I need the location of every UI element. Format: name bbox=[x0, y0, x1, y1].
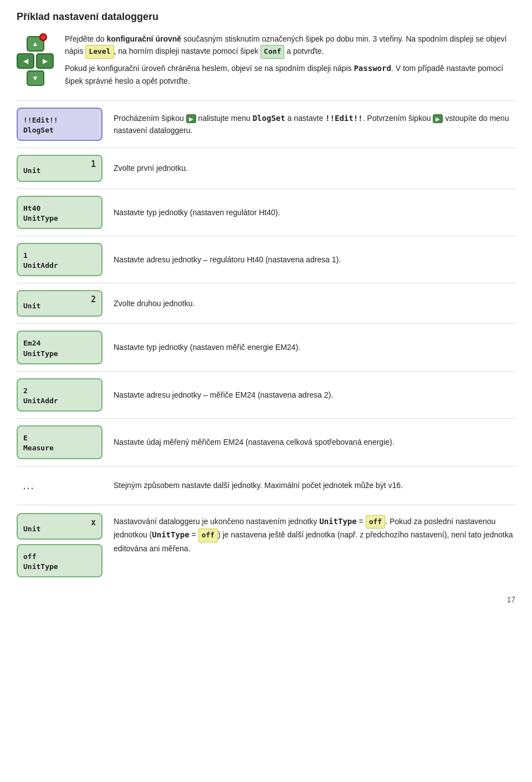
conf-badge: Conf bbox=[260, 45, 284, 59]
unit2-superscript: 2 bbox=[91, 294, 96, 306]
display-ht40: Ht40UnitType bbox=[17, 196, 103, 229]
display-unitx: x Unit bbox=[17, 513, 103, 540]
off-badge2: off bbox=[198, 529, 218, 542]
display-unitaddr1: 1UnitAddr bbox=[17, 243, 103, 276]
desc-unitx: Nastavování dataloggeru je ukončeno nast… bbox=[114, 513, 515, 555]
desc-ht40: Nastavte typ jednotky (nastaven reguláto… bbox=[114, 206, 515, 219]
row-unit2: 2 Unit Zvolte druhou jednotku. bbox=[17, 283, 515, 323]
ellipsis-symbol: … bbox=[17, 478, 103, 492]
arrow-right-icon: ▶ bbox=[186, 114, 196, 123]
intro-section: ▲ ◀ ▶ ▼ Přejděte do konfigurační úrovně … bbox=[17, 33, 515, 90]
level-badge: Level bbox=[85, 45, 114, 59]
arrow-down: ▼ bbox=[27, 70, 44, 86]
display-unit1: 1 Unit bbox=[17, 155, 103, 181]
display-unit2: 2 Unit bbox=[17, 290, 103, 317]
intro-para1: Přejděte do konfigurační úrovně současný… bbox=[65, 33, 515, 59]
row-unitaddr2: 2UnitAddr Nastavte adresu jednotky – měř… bbox=[17, 371, 515, 418]
arrow-cluster: ▲ ◀ ▶ ▼ bbox=[17, 36, 54, 86]
row-measure: EMeasure Nastavte údaj měřený měřičem EM… bbox=[17, 418, 515, 465]
desc-unit2: Zvolte druhou jednotku. bbox=[114, 297, 515, 309]
page-title: Příklad nastavení dataloggeru bbox=[17, 11, 515, 23]
desc-measure: Nastavte údaj měřený měřičem EM24 (nasta… bbox=[114, 436, 515, 448]
unit1-superscript: 1 bbox=[91, 159, 96, 170]
row-ht40: Ht40UnitType Nastavte typ jednotky (nast… bbox=[17, 189, 515, 236]
arrow-right: ▶ bbox=[36, 53, 54, 69]
row-ellipsis: … Stejným způsobem nastavte další jednot… bbox=[17, 466, 515, 505]
desc-dlogset: Procházením šipkou ▶ nalistujte menu Dlo… bbox=[114, 112, 515, 137]
unitx-superscript: x bbox=[91, 517, 96, 529]
unittype-bold: UnitType bbox=[152, 530, 189, 539]
desc-unit1: Zvolte první jednotku. bbox=[114, 162, 515, 174]
intro-text: Přejděte do konfigurační úrovně současný… bbox=[65, 33, 515, 90]
off-badge1: off bbox=[366, 515, 385, 529]
display-em24: Em24UnitType bbox=[17, 331, 103, 364]
arrow-right-icon2: ▶ bbox=[433, 114, 443, 123]
desc-unitaddr1: Nastavte adresu jednotky – regulátoru Ht… bbox=[114, 253, 515, 266]
intro-para2: Pokud je konfigurační úroveň chráněna he… bbox=[65, 62, 515, 87]
page-number: 17 bbox=[17, 595, 515, 604]
arrow-up: ▲ bbox=[27, 36, 44, 52]
row-unitx-off: x Unit offUnitType Nastavování datalogge… bbox=[17, 505, 515, 585]
row-dlogset: !!Edit!!DlogSet Procházením šipkou ▶ nal… bbox=[17, 100, 515, 148]
desc-em24: Nastavte typ jednotky (nastaven měřič en… bbox=[114, 341, 515, 353]
dlogset-code: DlogSet bbox=[253, 114, 285, 123]
row-unitaddr1: 1UnitAddr Nastavte adresu jednotky – reg… bbox=[17, 236, 515, 283]
display-dlogset: !!Edit!!DlogSet bbox=[17, 108, 103, 141]
stacked-display-col: x Unit offUnitType bbox=[17, 513, 103, 578]
edit-code: !!Edit!! bbox=[325, 114, 362, 123]
row-em24: Em24UnitType Nastavte typ jednotky (nast… bbox=[17, 323, 515, 370]
desc-unitaddr2: Nastavte adresu jednotky – měřiče EM24 (… bbox=[114, 389, 515, 401]
arrow-left: ◀ bbox=[17, 53, 34, 69]
desc-ellipsis: Stejným způsobem nastavte další jednotky… bbox=[114, 479, 515, 491]
display-measure: EMeasure bbox=[17, 425, 103, 459]
display-unitaddr2: 2UnitAddr bbox=[17, 378, 103, 412]
password-code: Password bbox=[354, 64, 391, 73]
unittype-code: UnitType bbox=[319, 517, 356, 526]
display-off-unittype: offUnitType bbox=[17, 544, 103, 577]
row-unit1: 1 Unit Zvolte první jednotku. bbox=[17, 148, 515, 188]
